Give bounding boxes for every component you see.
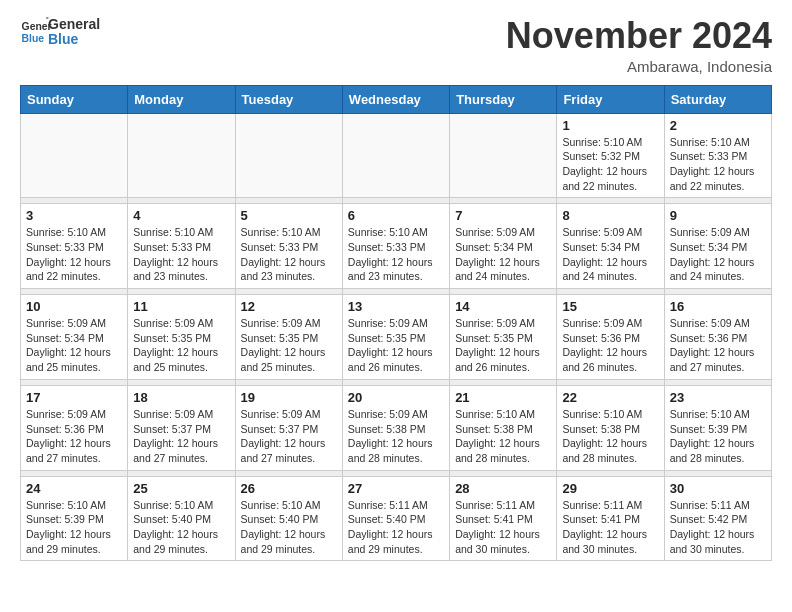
day-info: Sunrise: 5:09 AMSunset: 5:34 PMDaylight:… [26, 316, 122, 375]
day-number: 2 [670, 118, 766, 133]
day-info: Sunrise: 5:09 AMSunset: 5:35 PMDaylight:… [241, 316, 337, 375]
day-info: Sunrise: 5:11 AMSunset: 5:41 PMDaylight:… [455, 498, 551, 557]
day-number: 21 [455, 390, 551, 405]
day-number: 8 [562, 208, 658, 223]
calendar-day: 17Sunrise: 5:09 AMSunset: 5:36 PMDayligh… [21, 385, 128, 470]
day-number: 10 [26, 299, 122, 314]
day-number: 13 [348, 299, 444, 314]
logo-line2: Blue [48, 32, 100, 47]
day-number: 11 [133, 299, 229, 314]
header: General Blue General Blue November 2024 … [20, 16, 772, 75]
day-number: 6 [348, 208, 444, 223]
day-number: 3 [26, 208, 122, 223]
calendar-day: 12Sunrise: 5:09 AMSunset: 5:35 PMDayligh… [235, 295, 342, 380]
day-number: 7 [455, 208, 551, 223]
calendar-day: 15Sunrise: 5:09 AMSunset: 5:36 PMDayligh… [557, 295, 664, 380]
day-number: 26 [241, 481, 337, 496]
calendar-day: 29Sunrise: 5:11 AMSunset: 5:41 PMDayligh… [557, 476, 664, 561]
day-info: Sunrise: 5:09 AMSunset: 5:36 PMDaylight:… [26, 407, 122, 466]
day-number: 19 [241, 390, 337, 405]
calendar-day: 5Sunrise: 5:10 AMSunset: 5:33 PMDaylight… [235, 204, 342, 289]
day-info: Sunrise: 5:09 AMSunset: 5:34 PMDaylight:… [562, 225, 658, 284]
day-number: 15 [562, 299, 658, 314]
day-number: 24 [26, 481, 122, 496]
day-number: 23 [670, 390, 766, 405]
calendar-day: 24Sunrise: 5:10 AMSunset: 5:39 PMDayligh… [21, 476, 128, 561]
calendar-day: 4Sunrise: 5:10 AMSunset: 5:33 PMDaylight… [128, 204, 235, 289]
day-info: Sunrise: 5:09 AMSunset: 5:37 PMDaylight:… [133, 407, 229, 466]
day-info: Sunrise: 5:09 AMSunset: 5:38 PMDaylight:… [348, 407, 444, 466]
day-info: Sunrise: 5:10 AMSunset: 5:39 PMDaylight:… [670, 407, 766, 466]
calendar-day: 19Sunrise: 5:09 AMSunset: 5:37 PMDayligh… [235, 385, 342, 470]
calendar-day: 16Sunrise: 5:09 AMSunset: 5:36 PMDayligh… [664, 295, 771, 380]
day-info: Sunrise: 5:10 AMSunset: 5:33 PMDaylight:… [241, 225, 337, 284]
calendar-table: SundayMondayTuesdayWednesdayThursdayFrid… [20, 85, 772, 562]
calendar-day: 26Sunrise: 5:10 AMSunset: 5:40 PMDayligh… [235, 476, 342, 561]
header-saturday: Saturday [664, 85, 771, 113]
calendar-day: 7Sunrise: 5:09 AMSunset: 5:34 PMDaylight… [450, 204, 557, 289]
day-info: Sunrise: 5:09 AMSunset: 5:36 PMDaylight:… [562, 316, 658, 375]
calendar-day [235, 113, 342, 198]
header-friday: Friday [557, 85, 664, 113]
day-info: Sunrise: 5:10 AMSunset: 5:33 PMDaylight:… [133, 225, 229, 284]
calendar-day [450, 113, 557, 198]
calendar-week-3: 10Sunrise: 5:09 AMSunset: 5:34 PMDayligh… [21, 295, 772, 380]
calendar-day: 13Sunrise: 5:09 AMSunset: 5:35 PMDayligh… [342, 295, 449, 380]
day-number: 9 [670, 208, 766, 223]
day-info: Sunrise: 5:10 AMSunset: 5:33 PMDaylight:… [26, 225, 122, 284]
day-number: 27 [348, 481, 444, 496]
calendar-day: 25Sunrise: 5:10 AMSunset: 5:40 PMDayligh… [128, 476, 235, 561]
location-subtitle: Ambarawa, Indonesia [506, 58, 772, 75]
day-number: 30 [670, 481, 766, 496]
header-monday: Monday [128, 85, 235, 113]
calendar-day: 28Sunrise: 5:11 AMSunset: 5:41 PMDayligh… [450, 476, 557, 561]
calendar-week-4: 17Sunrise: 5:09 AMSunset: 5:36 PMDayligh… [21, 385, 772, 470]
header-thursday: Thursday [450, 85, 557, 113]
day-info: Sunrise: 5:11 AMSunset: 5:42 PMDaylight:… [670, 498, 766, 557]
calendar-week-2: 3Sunrise: 5:10 AMSunset: 5:33 PMDaylight… [21, 204, 772, 289]
day-number: 16 [670, 299, 766, 314]
day-info: Sunrise: 5:11 AMSunset: 5:41 PMDaylight:… [562, 498, 658, 557]
day-number: 22 [562, 390, 658, 405]
title-block: November 2024 Ambarawa, Indonesia [506, 16, 772, 75]
logo-line1: General [48, 17, 100, 32]
day-number: 12 [241, 299, 337, 314]
header-sunday: Sunday [21, 85, 128, 113]
calendar-day: 3Sunrise: 5:10 AMSunset: 5:33 PMDaylight… [21, 204, 128, 289]
day-info: Sunrise: 5:10 AMSunset: 5:39 PMDaylight:… [26, 498, 122, 557]
calendar-day: 9Sunrise: 5:09 AMSunset: 5:34 PMDaylight… [664, 204, 771, 289]
header-tuesday: Tuesday [235, 85, 342, 113]
day-number: 29 [562, 481, 658, 496]
day-info: Sunrise: 5:09 AMSunset: 5:34 PMDaylight:… [455, 225, 551, 284]
svg-text:Blue: Blue [22, 33, 45, 44]
logo: General Blue General Blue [20, 16, 100, 48]
calendar-week-1: 1Sunrise: 5:10 AMSunset: 5:32 PMDaylight… [21, 113, 772, 198]
day-info: Sunrise: 5:09 AMSunset: 5:35 PMDaylight:… [133, 316, 229, 375]
day-info: Sunrise: 5:10 AMSunset: 5:32 PMDaylight:… [562, 135, 658, 194]
day-number: 4 [133, 208, 229, 223]
calendar-header-row: SundayMondayTuesdayWednesdayThursdayFrid… [21, 85, 772, 113]
day-info: Sunrise: 5:09 AMSunset: 5:36 PMDaylight:… [670, 316, 766, 375]
calendar-day: 6Sunrise: 5:10 AMSunset: 5:33 PMDaylight… [342, 204, 449, 289]
day-info: Sunrise: 5:10 AMSunset: 5:33 PMDaylight:… [348, 225, 444, 284]
day-info: Sunrise: 5:09 AMSunset: 5:35 PMDaylight:… [455, 316, 551, 375]
day-number: 1 [562, 118, 658, 133]
day-number: 5 [241, 208, 337, 223]
day-info: Sunrise: 5:10 AMSunset: 5:40 PMDaylight:… [241, 498, 337, 557]
day-info: Sunrise: 5:09 AMSunset: 5:37 PMDaylight:… [241, 407, 337, 466]
calendar-day: 8Sunrise: 5:09 AMSunset: 5:34 PMDaylight… [557, 204, 664, 289]
calendar-week-5: 24Sunrise: 5:10 AMSunset: 5:39 PMDayligh… [21, 476, 772, 561]
calendar-day: 20Sunrise: 5:09 AMSunset: 5:38 PMDayligh… [342, 385, 449, 470]
calendar-day [128, 113, 235, 198]
day-info: Sunrise: 5:11 AMSunset: 5:40 PMDaylight:… [348, 498, 444, 557]
day-number: 28 [455, 481, 551, 496]
calendar-day: 10Sunrise: 5:09 AMSunset: 5:34 PMDayligh… [21, 295, 128, 380]
day-number: 17 [26, 390, 122, 405]
day-number: 20 [348, 390, 444, 405]
calendar-day [342, 113, 449, 198]
calendar-day: 18Sunrise: 5:09 AMSunset: 5:37 PMDayligh… [128, 385, 235, 470]
day-info: Sunrise: 5:10 AMSunset: 5:38 PMDaylight:… [562, 407, 658, 466]
calendar-day [21, 113, 128, 198]
calendar-day: 11Sunrise: 5:09 AMSunset: 5:35 PMDayligh… [128, 295, 235, 380]
calendar-day: 30Sunrise: 5:11 AMSunset: 5:42 PMDayligh… [664, 476, 771, 561]
